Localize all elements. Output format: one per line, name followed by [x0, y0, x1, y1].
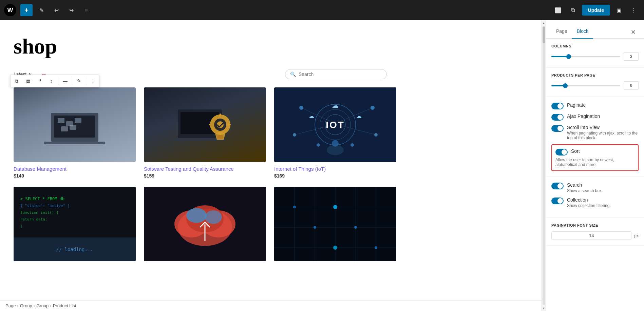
- svg-text:> SELECT * FROM db: > SELECT * FROM db: [20, 196, 64, 201]
- img-overlay-5: [144, 187, 266, 261]
- breadcrumb-product-list[interactable]: Product List: [53, 303, 76, 308]
- pencil-button[interactable]: ✎: [35, 4, 48, 16]
- iot-illustration: IOT ☁ ☁ ☁: [274, 87, 396, 162]
- block-select-button[interactable]: ⧉: [11, 76, 22, 86]
- product-card-4[interactable]: > SELECT * FROM db { "status": "active" …: [14, 187, 136, 265]
- columns-thumb[interactable]: [566, 54, 571, 59]
- svg-point-54: [205, 210, 222, 224]
- paginate-toggle-row: Paginate: [551, 102, 639, 109]
- top-toolbar: W + ✎ ↩ ↪ ≡ ⬜ ⧉ Update ▣ ⋮: [0, 0, 644, 20]
- block-more-button[interactable]: ⋮: [88, 76, 98, 86]
- scrollbar[interactable]: ▲ ▼: [542, 20, 546, 311]
- cloud-illustration: [144, 187, 266, 261]
- products-per-page-section: PRODUCTS PER PAGE: [546, 68, 644, 97]
- sort-label-group: Sort: [571, 148, 580, 154]
- breadcrumb-page[interactable]: Page: [5, 303, 16, 308]
- pagination-font-size-input[interactable]: [551, 231, 631, 240]
- products-per-page-slider[interactable]: [551, 85, 620, 86]
- svg-rect-19: [217, 135, 223, 139]
- sort-toggle-row: Sort: [555, 148, 634, 156]
- collection-toggle[interactable]: [551, 198, 564, 204]
- products-per-page-label: PRODUCTS PER PAGE: [551, 73, 639, 77]
- paginate-toggle[interactable]: [551, 103, 564, 109]
- product-card-3[interactable]: IOT ☁ ☁ ☁: [274, 87, 396, 179]
- search-box[interactable]: 🔍: [285, 69, 387, 79]
- ajax-pagination-toggle[interactable]: [551, 114, 564, 121]
- more-options-button[interactable]: ⋮: [628, 4, 640, 16]
- product-image-1: [14, 87, 136, 162]
- breadcrumb-group-2[interactable]: Group: [36, 303, 49, 308]
- product-name-2: Software Testing and Quality Assurance: [144, 166, 266, 172]
- block-edit-button[interactable]: ✎: [74, 76, 84, 86]
- svg-text:☁: ☁: [309, 113, 314, 119]
- main-area: ⧉ ▦ ⠿ ↕ — ✎ ⋮ shop Latest ∨ ←: [0, 20, 644, 311]
- svg-text:}: }: [20, 224, 23, 228]
- search-label-group: Search Show a search box.: [567, 182, 603, 193]
- block-align-button[interactable]: —: [60, 76, 71, 86]
- product-card-5[interactable]: [144, 187, 266, 265]
- panel-content: COLUMNS PRODUCTS PER PAGE: [546, 39, 644, 311]
- search-toggle[interactable]: [551, 183, 564, 189]
- svg-rect-14: [220, 113, 221, 116]
- ppp-track: [551, 85, 620, 86]
- external-link-button[interactable]: ⧉: [567, 4, 579, 16]
- product-card-2[interactable]: Software Testing and Quality Assurance $…: [144, 87, 266, 179]
- ajax-label-group: Ajax Pagination: [567, 113, 600, 119]
- scroll-into-view-toggle[interactable]: [551, 125, 564, 132]
- scroll-down-arrow[interactable]: ▼: [542, 306, 545, 311]
- add-block-button[interactable]: +: [20, 4, 33, 16]
- ajax-pagination-toggle-row: Ajax Pagination: [551, 113, 639, 121]
- columns-slider-row: [551, 52, 639, 61]
- product-name-3: Internet of Things (IoT): [274, 166, 396, 172]
- redo-button[interactable]: ↪: [65, 4, 77, 16]
- svg-rect-16: [209, 124, 212, 125]
- paginate-label: Paginate: [567, 102, 586, 108]
- scroll-up-arrow[interactable]: ▲: [542, 20, 545, 26]
- img-overlay-1: [14, 87, 136, 162]
- product-card-6[interactable]: [274, 187, 396, 265]
- product-card[interactable]: Database Management $149: [14, 87, 136, 179]
- block-drag-button[interactable]: ⠿: [34, 76, 45, 86]
- block-grid-button[interactable]: ▦: [23, 76, 34, 86]
- right-panel: Page Block ✕ COLUMNS: [546, 20, 644, 311]
- ajax-pagination-label: Ajax Pagination: [567, 113, 600, 119]
- svg-point-39: [332, 140, 339, 147]
- pagination-font-size-label: PAGINATION FONT SIZE: [551, 223, 639, 227]
- panel-close-button[interactable]: ✕: [628, 27, 639, 37]
- undo-button[interactable]: ↩: [50, 4, 62, 16]
- scroll-into-view-toggle-row: Scroll Into View When paginating with aj…: [551, 125, 639, 140]
- products-per-page-input[interactable]: [624, 81, 639, 90]
- columns-value-input[interactable]: [624, 52, 639, 61]
- svg-rect-5: [75, 118, 81, 123]
- tab-page[interactable]: Page: [551, 26, 572, 39]
- search-toggle-label: Search: [567, 182, 603, 188]
- scroll-track[interactable]: [543, 26, 545, 305]
- ppp-thumb[interactable]: [563, 83, 568, 88]
- img-overlay-2: [144, 87, 266, 162]
- scroll-thumb[interactable]: [543, 26, 545, 43]
- sort-toggle[interactable]: [555, 149, 568, 156]
- product-name-1: Database Management: [14, 166, 136, 172]
- update-button[interactable]: Update: [582, 5, 610, 16]
- desktop-view-button[interactable]: ⬜: [552, 4, 564, 16]
- breadcrumb-group-1[interactable]: Group: [20, 303, 32, 308]
- breadcrumb-sep-2: ›: [34, 303, 35, 308]
- sidebar-toggle-button[interactable]: ▣: [613, 4, 625, 16]
- search-input[interactable]: [299, 71, 382, 77]
- product-grid: Database Management $149: [14, 87, 387, 265]
- sidebar-toggle-icon: ▣: [617, 7, 622, 14]
- block-move-button[interactable]: ↕: [46, 76, 57, 86]
- svg-point-13: [217, 121, 224, 128]
- pagination-font-size-section: PAGINATION FONT SIZE px: [546, 218, 644, 246]
- columns-slider[interactable]: [551, 56, 620, 57]
- tab-block[interactable]: Block: [572, 26, 593, 39]
- wordpress-logo[interactable]: W: [4, 4, 16, 16]
- menu-button[interactable]: ≡: [80, 4, 92, 16]
- product-price-3: $169: [274, 173, 396, 179]
- db-illustration: [41, 103, 109, 147]
- collection-toggle-row: Collection Show collection filtering.: [551, 197, 639, 208]
- search-toggle-row: Search Show a search box.: [551, 182, 639, 193]
- svg-text:{ "status": "active" }: { "status": "active" }: [20, 204, 70, 208]
- svg-rect-6: [61, 126, 68, 131]
- svg-point-68: [354, 226, 357, 229]
